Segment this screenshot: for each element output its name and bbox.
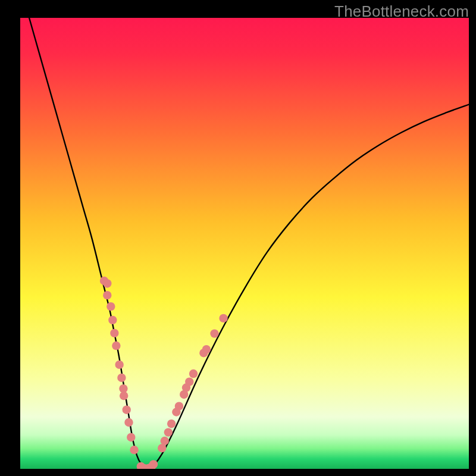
data-dot bbox=[189, 369, 198, 378]
data-dot bbox=[108, 316, 117, 324]
plot-svg bbox=[20, 18, 469, 469]
data-dot bbox=[110, 329, 118, 337]
data-dot bbox=[119, 384, 127, 393]
data-dot bbox=[185, 378, 193, 386]
data-dot bbox=[123, 406, 131, 414]
gradient-rect bbox=[20, 18, 469, 469]
data-dot bbox=[219, 314, 227, 322]
data-dot bbox=[202, 345, 211, 353]
data-dot bbox=[210, 329, 218, 337]
data-dot bbox=[127, 433, 135, 441]
data-dot bbox=[130, 446, 138, 454]
data-dot bbox=[103, 291, 111, 299]
data-dot bbox=[161, 437, 169, 445]
data-dot bbox=[117, 374, 126, 382]
data-dot bbox=[164, 428, 173, 436]
data-dot bbox=[175, 402, 183, 410]
data-dot bbox=[149, 460, 158, 468]
chart-frame: TheBottleneck.com bbox=[0, 0, 476, 476]
data-dot bbox=[115, 361, 123, 369]
data-dot bbox=[103, 279, 111, 287]
data-dot bbox=[112, 342, 120, 350]
data-dot bbox=[167, 419, 176, 428]
data-dot bbox=[124, 418, 133, 427]
plot-area bbox=[20, 18, 469, 469]
data-dot bbox=[107, 302, 115, 311]
